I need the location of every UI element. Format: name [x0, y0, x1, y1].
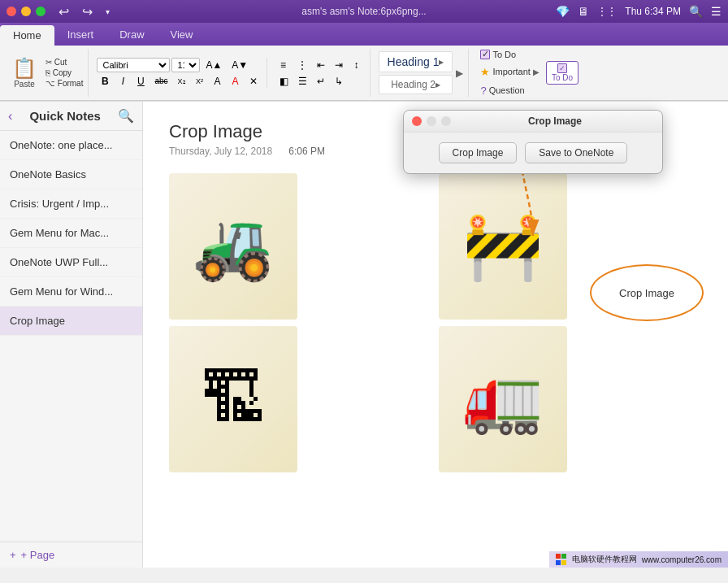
minimize-button[interactable] — [21, 7, 31, 16]
dialog-max-button[interactable] — [441, 116, 451, 126]
numbers-button[interactable]: ⋮ — [293, 58, 311, 72]
format-button[interactable]: ⌥ Format — [46, 79, 83, 88]
font-color-button[interactable]: A — [228, 74, 244, 89]
search-icon[interactable]: 🔍 — [689, 5, 703, 18]
styles-group: Heading 1 ▶ Heading 2 ▶ ▶ — [374, 49, 470, 97]
window-title: asm's asm's Note:6px6png... — [301, 6, 426, 17]
sidebar-back-button[interactable]: ‹ — [8, 109, 12, 124]
sidebar-title: Quick Notes — [29, 109, 101, 123]
watermark-text-cn: 电脑软硬件教程网 — [572, 554, 637, 565]
vehicle-image-1: 🚜 — [169, 173, 297, 320]
add-page-footer[interactable]: + + Page — [0, 542, 142, 568]
sidebar-item-gem-mac[interactable]: Gem Menu for Mac... — [0, 219, 142, 248]
tab-view[interactable]: View — [158, 23, 206, 46]
sidebar-item-gem-wind[interactable]: Gem Menu for Wind... — [0, 277, 142, 307]
vehicle-icon-2: 🚧 — [462, 208, 544, 285]
font-size-select[interactable]: 11 — [171, 58, 200, 72]
ribbon-tabs: Home Insert Draw View — [0, 23, 728, 46]
sidebar-item-crop-image[interactable]: Crop Image — [0, 307, 142, 336]
font-row-1: Calibri 11 A▲ A▼ — [97, 58, 261, 72]
watermark-squares-icon — [556, 554, 567, 565]
styles-expand-icon[interactable]: ▶ — [456, 67, 463, 79]
align-center-button[interactable]: ☰ — [294, 74, 311, 89]
dialog-title-text: Crop Image — [456, 115, 654, 127]
sidebar-item-crisis[interactable]: Crisis: Urgent / Imp... — [0, 189, 142, 219]
question-mark-icon: ? — [480, 85, 486, 97]
page-time: 6:06 PM — [288, 146, 325, 157]
important-tag[interactable]: ★ Important ▶ — [477, 64, 542, 80]
clear-format-button[interactable]: ✕ — [245, 74, 262, 89]
star-icon: ★ — [480, 66, 490, 78]
menu-icon[interactable]: ☰ — [711, 5, 722, 18]
italic-button[interactable]: I — [115, 74, 131, 89]
strikethrough-button[interactable]: abc — [150, 75, 171, 87]
sidebar-item-onenote-uwp[interactable]: OneNote UWP Full... — [0, 248, 142, 277]
paragraph-group: ≡ ⋮ ⇤ ⇥ ↕ ◧ ☰ ↵ ↳ — [271, 49, 370, 97]
underline-button[interactable]: U — [132, 74, 149, 89]
bold-button[interactable]: B — [97, 74, 113, 89]
decrease-font-button[interactable]: A▼ — [228, 58, 252, 72]
todo-button[interactable]: ✓ To Do — [546, 61, 578, 85]
bullets-button[interactable]: ≡ — [275, 58, 292, 72]
heading1-dropdown-icon: ▶ — [439, 59, 444, 66]
line-space-button[interactable]: ↕ — [349, 58, 365, 72]
indent-left-button[interactable]: ⇤ — [313, 58, 329, 72]
increase-font-button[interactable]: A▲ — [202, 58, 226, 72]
sidebar-item-onenote-basics[interactable]: OneNote Basics — [0, 160, 142, 189]
maximize-button[interactable] — [36, 7, 46, 16]
redo-button[interactable]: ↪ — [79, 2, 96, 21]
cut-copy-format-group: ✂ Cut ⎘ Copy ⌥ Format — [42, 58, 83, 88]
vehicle-icon-3: 🏗 — [201, 362, 266, 437]
monitor-icon: 🖥 — [578, 5, 589, 18]
font-family-select[interactable]: Calibri — [97, 58, 170, 72]
heading1-style[interactable]: Heading 1 ▶ — [379, 51, 453, 72]
superscript-button[interactable]: X² — [192, 76, 208, 87]
sidebar-search-button[interactable]: 🔍 — [118, 108, 134, 124]
sidebar-header: ‹ Quick Notes 🔍 — [0, 102, 142, 131]
clipboard-group: 📋 Paste ✂ Cut ⎘ Copy ⌥ Format — [6, 49, 89, 97]
heading2-style[interactable]: Heading 2 ▶ — [379, 75, 453, 94]
paste-button[interactable]: 📋 Paste — [6, 55, 42, 90]
watermark: 电脑软硬件教程网 www.computer26.com — [549, 551, 728, 568]
ltr-button[interactable]: ↳ — [331, 74, 347, 89]
tab-draw[interactable]: Draw — [106, 23, 157, 46]
crop-dialog-window: Crop Image Crop Image Save to OneNote — [403, 110, 663, 174]
paste-label: Paste — [14, 80, 35, 89]
todo-tag[interactable]: ✓ To Do — [477, 48, 542, 61]
tab-insert[interactable]: Insert — [54, 23, 107, 46]
wifi-icon: ⋮⋮ — [597, 6, 617, 17]
tab-home[interactable]: Home — [0, 25, 54, 46]
todo-checkbox-icon: ✓ — [480, 50, 490, 59]
dialog-min-button[interactable] — [427, 116, 436, 126]
undo-button[interactable]: ↩ — [55, 2, 72, 21]
subscript-button[interactable]: X₂ — [174, 76, 190, 87]
copy-button[interactable]: ⎘ Copy — [46, 68, 83, 77]
align-left-button[interactable]: ◧ — [275, 74, 292, 89]
watermark-text-url: www.computer26.com — [642, 555, 722, 564]
crop-image-button[interactable]: Crop Image — [439, 142, 518, 163]
add-page-icon: + — [10, 549, 16, 561]
cut-button[interactable]: ✂ Cut — [46, 58, 83, 67]
font-row-2: B I U abc X₂ X² A A ✕ — [97, 74, 261, 89]
title-bar: ↩ ↪ ▾ asm's asm's Note:6px6png... 💎 🖥 ⋮⋮… — [0, 0, 728, 23]
sidebar-items: OneNote: one place... OneNote Basics Cri… — [0, 131, 142, 542]
vehicle-image-3: 🏗 — [169, 326, 297, 472]
dialog-body: Crop Image Save to OneNote — [404, 133, 662, 173]
vehicle-icon-1: 🚜 — [193, 208, 274, 285]
highlight-button[interactable]: A — [210, 74, 226, 89]
rtl-button[interactable]: ↵ — [313, 74, 329, 89]
indent-right-button[interactable]: ⇥ — [331, 58, 347, 72]
traffic-lights — [6, 7, 46, 16]
gem-icon: 💎 — [556, 5, 570, 18]
dialog-close-button[interactable] — [412, 116, 422, 126]
save-to-onenote-button[interactable]: Save to OneNote — [525, 142, 627, 163]
main-layout: ‹ Quick Notes 🔍 OneNote: one place... On… — [0, 102, 728, 568]
question-tag[interactable]: ? Question — [477, 83, 542, 98]
sidebar-item-onenote-one-place[interactable]: OneNote: one place... — [0, 131, 142, 160]
close-button[interactable] — [6, 7, 16, 16]
ribbon-content: 📋 Paste ✂ Cut ⎘ Copy ⌥ Format Calibri 11 — [0, 46, 728, 101]
paste-icon: 📋 — [12, 57, 37, 80]
time-display: Thu 6:34 PM — [625, 6, 681, 17]
dropdown-button[interactable]: ▾ — [102, 6, 113, 18]
page-date: Thursday, July 12, 2018 — [169, 146, 272, 157]
